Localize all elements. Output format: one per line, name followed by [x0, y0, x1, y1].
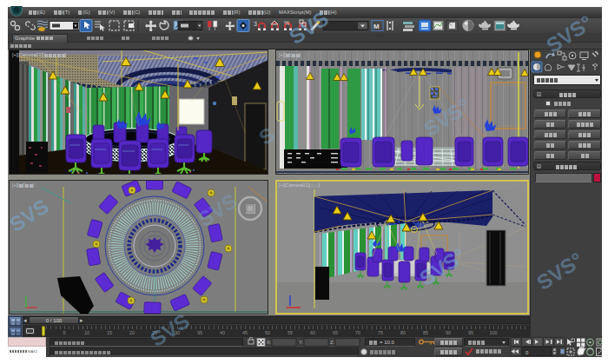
- svg-text:50: 50: [265, 330, 270, 335]
- svg-text:60: 60: [310, 330, 315, 335]
- svg-text:M: M: [373, 23, 380, 30]
- svg-text:30: 30: [175, 330, 180, 335]
- svg-text:25: 25: [152, 330, 157, 335]
- svg-text:40: 40: [220, 330, 225, 335]
- svg-text:3: 3: [254, 21, 257, 27]
- svg-text:20: 20: [129, 330, 135, 335]
- svg-text:75: 75: [378, 330, 383, 335]
- svg-text:85: 85: [423, 330, 428, 335]
- svg-text:80: 80: [400, 330, 406, 335]
- svg-text:100: 100: [489, 330, 497, 335]
- svg-text:5: 5: [63, 330, 65, 335]
- svg-text:10: 10: [84, 330, 89, 335]
- svg-text:55: 55: [287, 330, 293, 335]
- svg-text:15: 15: [107, 330, 112, 335]
- svg-text:95: 95: [468, 330, 473, 335]
- svg-text:45: 45: [242, 330, 248, 335]
- svg-text:65: 65: [333, 330, 338, 335]
- svg-text:70: 70: [355, 330, 360, 335]
- svg-text:35: 35: [197, 330, 202, 335]
- svg-text:90: 90: [446, 330, 451, 335]
- svg-text:%: %: [284, 20, 289, 26]
